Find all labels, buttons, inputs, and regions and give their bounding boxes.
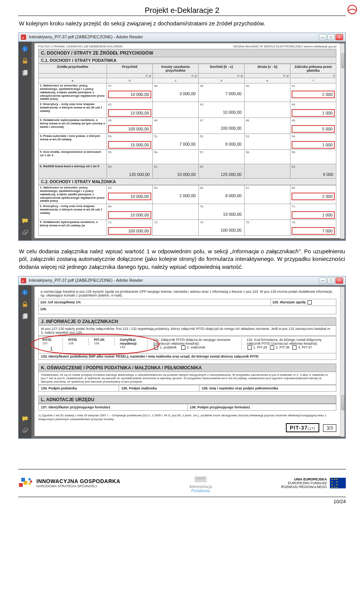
- window-title: Interaktywny_PIT-37.pdf (ZABEZPIECZONE) …: [29, 35, 143, 39]
- form-field: [246, 141, 289, 147]
- scrollbar-thumb[interactable]: [341, 395, 344, 410]
- form-field: [246, 193, 289, 199]
- form-field: [154, 157, 197, 163]
- minimize-button[interactable]: —: [319, 278, 326, 284]
- section-c2-header: C.2. DOCHODY I STRATY MAŁŻONKA: [38, 179, 336, 185]
- ig-logo-icon: [18, 475, 33, 491]
- svg-point-3: [22, 46, 28, 52]
- lock-icon[interactable]: [21, 57, 29, 65]
- form-field: 125 000,00: [200, 171, 243, 177]
- pitd-malzonek-checkbox[interactable]: [181, 345, 185, 350]
- info-icon[interactable]: i: [21, 45, 29, 53]
- form-field: [246, 106, 289, 112]
- close-button[interactable]: ×: [336, 34, 343, 40]
- form-field: 10 000,00: [200, 211, 243, 217]
- reader-sidebar: i: [19, 42, 31, 240]
- pages-icon[interactable]: [21, 312, 29, 321]
- lock-icon[interactable]: [21, 300, 29, 309]
- pages-icon[interactable]: [21, 69, 29, 77]
- form-field[interactable]: 15 000,00: [108, 141, 151, 149]
- income-table-c1: Źródła przychodówPrzychódKoszty uzyskani…: [38, 64, 336, 179]
- svg-point-19: [30, 480, 32, 483]
- svg-text:i: i: [24, 290, 25, 295]
- pit-o-value[interactable]: 1: [42, 346, 60, 351]
- field-133: 133. Identyfikator podatkowy (NIP albo n…: [38, 353, 336, 360]
- income-table-c2: 1. Należności ze stosunku: pracy, służbo…: [38, 185, 336, 236]
- form-field: [246, 91, 289, 97]
- doc-title: Projekt e-Deklaracje 2: [145, 6, 220, 14]
- form-field[interactable]: 1 000: [292, 141, 335, 149]
- form-field: [154, 208, 197, 214]
- section-k-body: Oświadczam, że są mi znane przepisy Kode…: [38, 372, 336, 385]
- comment-icon[interactable]: [21, 217, 29, 225]
- svg-rect-7: [24, 70, 27, 75]
- form-field[interactable]: 10 000,00: [108, 109, 151, 117]
- svg-text:A: A: [22, 279, 24, 283]
- form2-footnote: 1) Zgodnie z art.81 ustawy z dnia 29 sie…: [38, 414, 336, 421]
- page-number: 10/24: [18, 499, 346, 504]
- form-field: [246, 227, 289, 233]
- pit28-checkbox[interactable]: [248, 345, 252, 350]
- form-field: 10 000,00: [154, 171, 197, 177]
- svg-rect-12: [23, 304, 27, 307]
- svg-rect-22: [196, 478, 205, 479]
- screenshot-1: A Interaktywny_PIT-37.pdf (ZABEZPIECZONE…: [18, 33, 346, 241]
- svg-point-18: [28, 478, 31, 480]
- maximize-button[interactable]: □: [327, 278, 335, 284]
- section-c-header: C. DOCHODY / STRATY ZE ŹRÓDEŁ PRZYCHODÓW: [38, 49, 336, 57]
- signature-row: 134. Podpis podatnika 135. Podpis małżon…: [38, 385, 336, 392]
- form-field: 8 000,00: [200, 193, 243, 199]
- maximize-button[interactable]: □: [327, 34, 335, 40]
- form-field: 7 000,00: [200, 91, 243, 97]
- pitd-podatnik-checkbox[interactable]: [154, 345, 158, 350]
- form-field: 135 000,00: [108, 171, 151, 177]
- attach-icon[interactable]: [21, 229, 29, 237]
- consent-checkbox[interactable]: [308, 300, 312, 304]
- form-field: 3 000,00: [154, 91, 197, 97]
- form-field: [246, 168, 289, 174]
- form-page-indicator: PIT-37(17) 3/3: [38, 423, 336, 432]
- form-field: [246, 208, 289, 214]
- pit36-checkbox[interactable]: [270, 345, 274, 350]
- close-button[interactable]: ×: [336, 278, 343, 284]
- info-icon[interactable]: i: [21, 288, 29, 297]
- svg-rect-14: [24, 314, 27, 319]
- form-field: 100 000,00: [200, 227, 243, 233]
- minimize-button[interactable]: —: [319, 34, 326, 40]
- form-field[interactable]: 1 000: [292, 211, 335, 219]
- form-field: 7 000,00: [154, 141, 197, 147]
- form2-intro: a zaznaczając kwadrat w poz.125 wyrazić …: [38, 288, 336, 299]
- form-field[interactable]: 5 000: [292, 125, 335, 133]
- form-field[interactable]: 100 000,00: [108, 227, 151, 235]
- form-field: 10 000,00: [200, 109, 243, 115]
- pdf-icon: A: [21, 278, 26, 283]
- admin-logo-icon: [193, 473, 208, 485]
- form-field: [246, 125, 289, 131]
- form-field[interactable]: 1 000: [292, 109, 335, 117]
- comment-icon[interactable]: [21, 415, 29, 423]
- form-field[interactable]: 7 000: [292, 227, 335, 235]
- section-j-intro: W poz.127-130 należy podać liczbę załącz…: [38, 326, 336, 336]
- form-top-strip: POLTAX LITERAMI, CZARNYM LUB NIEBIESKIM …: [38, 45, 336, 48]
- window-title: Interaktywny_PIT-37.pdf (ZABEZPIECZONE) …: [29, 278, 143, 282]
- office-row: 137. Identyfikator przyjmującego formula…: [38, 404, 336, 411]
- form-field[interactable]: 2 000: [292, 193, 335, 200]
- scrollbar-thumb[interactable]: [341, 53, 344, 68]
- form-field[interactable]: 10 000,00: [108, 193, 151, 200]
- form-field: 9 000: [292, 171, 335, 177]
- form-field[interactable]: 2 000: [292, 91, 335, 98]
- page-footer: INNOWACYJNA GOSPODARKA NARODOWA STRATEGI…: [18, 471, 346, 495]
- form-field[interactable]: 10 000,00: [108, 211, 151, 219]
- form-field: [154, 125, 197, 131]
- pdf-icon: A: [21, 35, 26, 40]
- svg-text:i: i: [24, 47, 25, 51]
- form-field: 100 000,00: [200, 125, 243, 131]
- opp-table: 124. Cel szczegółowy 1% 125. Wyrażam zgo…: [38, 299, 336, 314]
- form-field[interactable]: 10 000,00: [108, 91, 151, 98]
- section-c1-header: C.1. DOCHODY I STRATY PODATNIKA: [38, 57, 336, 64]
- form-field: 8 000,00: [200, 141, 243, 147]
- attach-icon[interactable]: [21, 427, 29, 435]
- pit37-checkbox[interactable]: [292, 345, 297, 350]
- logo-icon: [347, 5, 357, 14]
- form-field[interactable]: 100 000,00: [108, 125, 151, 133]
